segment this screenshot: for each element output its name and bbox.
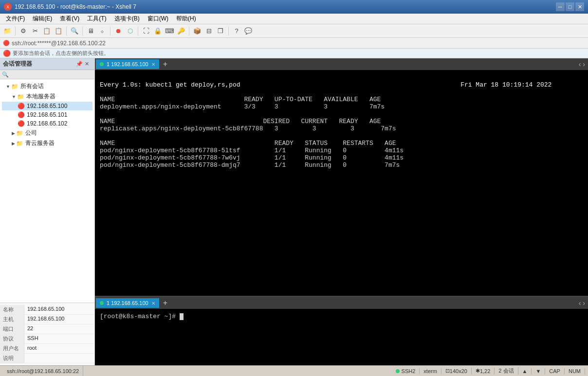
tree-conn-1[interactable]: 🔴 192.168.65.100 — [2, 102, 92, 110]
toolbar-chat[interactable]: 💬 — [243, 26, 254, 36]
status-nav-up[interactable]: ▲ — [518, 368, 532, 374]
toolbar-btn16[interactable]: ⊟ — [203, 26, 214, 36]
tree-company[interactable]: ▶ 📁 公司 — [2, 128, 92, 138]
close-panel-icon[interactable]: ✕ — [85, 61, 92, 68]
tab-add-top[interactable]: + — [160, 60, 170, 69]
toolbar-btn13[interactable]: ⌨ — [164, 26, 175, 36]
tree-label-conn-1: 192.168.65.100 — [27, 103, 67, 109]
toolbar-btn10[interactable]: ⬡ — [125, 26, 135, 36]
tree-arrow-company: ▶ — [12, 131, 15, 136]
tree-label-company: 公司 — [25, 129, 37, 137]
folder-icon-cloud: 📁 — [16, 140, 23, 147]
tab-close-1[interactable]: ✕ — [151, 62, 155, 67]
address-icon: 🔴 — [3, 40, 10, 46]
toolbar-btn15[interactable]: 📦 — [192, 26, 202, 36]
address-text: ssh://root:******@192.168.65.100:22 — [12, 40, 106, 47]
toolbar-sep-5 — [138, 27, 138, 36]
prop-val-username: root — [24, 344, 94, 353]
toolbar-help[interactable]: ? — [231, 26, 242, 36]
session-title: 会话管理器 — [3, 60, 32, 68]
tree-conn-2[interactable]: 🔴 192.168.65.101 — [2, 110, 92, 119]
toolbar-btn4[interactable]: 📋 — [41, 26, 52, 36]
menu-item-工具(T)[interactable]: 工具(T) — [83, 14, 110, 24]
menu-item-帮助(H)[interactable]: 帮助(H) — [172, 14, 200, 24]
status-nav-down[interactable]: ▼ — [532, 368, 545, 374]
folder-icon-local: 📁 — [17, 93, 24, 100]
search-icon[interactable]: 🔍 — [2, 72, 9, 77]
tab-nav-bottom: ‹ › — [579, 299, 587, 307]
toolbar-btn6[interactable]: 🔍 — [69, 26, 80, 36]
status-ssh: SSH2 — [392, 368, 420, 374]
status-size-text: 140x20 — [450, 368, 467, 374]
tab-nav-left[interactable]: ‹ — [579, 60, 581, 68]
status-right: SSH2 xterm ⊡ 140x20 ✱ 1,22 2 会话 ▲ ▼ CAP … — [392, 367, 585, 375]
maximize-button[interactable]: □ — [566, 2, 574, 11]
term-table1-row1: deployment.apps/nginx-deployment 3/3 3 3… — [100, 103, 385, 110]
tab-top-1[interactable]: 1 192.168.65.100 ✕ — [96, 59, 159, 69]
prop-port: 端口 22 — [0, 324, 94, 334]
toolbar-sep-1 — [15, 27, 16, 36]
tree-cloud[interactable]: ▶ 📁 青云服务器 — [2, 138, 92, 148]
term-prompt: [root@k8s-master ~]# — [100, 313, 180, 320]
status-size: ⊡ 140x20 — [441, 368, 472, 374]
status-caps: CAP — [545, 368, 565, 374]
toolbar-btn5[interactable]: 📋 — [53, 26, 64, 36]
tree-all-sessions[interactable]: ▼ 📁 所有会话 — [2, 81, 92, 91]
terminal-bottom-content[interactable]: [root@k8s-master ~]# — [95, 309, 588, 365]
toolbar-btn12[interactable]: 🔒 — [152, 26, 163, 36]
menu-item-文件(F)[interactable]: 文件(F) — [2, 14, 29, 24]
tab-nav-top: ‹ › — [579, 60, 587, 68]
tab-nav-bottom-right[interactable]: › — [583, 299, 585, 307]
tab-close-bottom-1[interactable]: ✕ — [151, 301, 155, 306]
tree-local-servers[interactable]: ▼ 📁 本地服务器 — [2, 91, 92, 102]
prop-username: 用户名 root — [0, 344, 94, 354]
status-sessions: 2 会话 — [495, 367, 518, 375]
toolbar-btn2[interactable]: ⚙ — [18, 26, 29, 36]
app-icon: X — [4, 3, 12, 11]
toolbar-new[interactable]: 📁 — [2, 26, 13, 36]
term-table2-row1: replicaset.apps/nginx-deployment-5cb8f67… — [100, 125, 396, 132]
address-bar: 🔴 ssh://root:******@192.168.65.100:22 — [0, 38, 588, 49]
term-table1-header: NAME READY UP-TO-DATE AVAILABLE AGE — [100, 96, 381, 103]
minimize-button[interactable]: ─ — [556, 2, 565, 11]
tab-nav-bottom-left[interactable]: ‹ — [579, 299, 581, 307]
tab-bottom-1[interactable]: 1 192.168.65.100 ✕ — [96, 298, 159, 308]
close-button[interactable]: ✕ — [575, 2, 584, 11]
info-icon: 🔴 — [3, 50, 11, 57]
toolbar-btn7[interactable]: 🖥 — [85, 26, 96, 36]
menu-item-编辑(E)[interactable]: 编辑(E) — [29, 14, 56, 24]
session-tree: ▼ 📁 所有会话 ▼ 📁 本地服务器 🔴 192.168.65.100 🔴 19… — [0, 79, 94, 303]
tab-add-bottom[interactable]: + — [160, 299, 170, 307]
toolbar-btn8[interactable]: ⬦ — [97, 26, 108, 36]
menu-bar: 文件(F)编辑(E)查看(V)工具(T)选项卡(B)窗口(W)帮助(H) — [0, 14, 588, 24]
menu-item-查看(V)[interactable]: 查看(V) — [56, 14, 83, 24]
status-size-icon: ⊡ — [445, 368, 450, 374]
toolbar-btn11[interactable]: ⛶ — [141, 26, 151, 36]
menu-item-选项卡(B)[interactable]: 选项卡(B) — [110, 14, 144, 24]
status-num-text: NUM — [569, 368, 581, 374]
status-position: ✱ 1,22 — [472, 368, 495, 374]
toolbar-btn17[interactable]: ❐ — [215, 26, 226, 36]
term-table2-header: NAME DESIRED CURRENT READY AGE — [100, 118, 381, 125]
toolbar-btn14[interactable]: 🔑 — [176, 26, 186, 36]
toolbar-btn9[interactable]: ⏺ — [113, 26, 124, 36]
status-dot — [396, 369, 400, 373]
toolbar-btn3[interactable]: ✂ — [30, 26, 40, 36]
tree-label-conn-2: 192.168.65.101 — [27, 111, 67, 118]
prop-desc: 说明 — [0, 354, 94, 363]
prop-val-port: 22 — [24, 324, 94, 334]
status-pos-icon: ✱ — [476, 368, 480, 374]
tab-nav-right[interactable]: › — [583, 60, 585, 68]
tree-conn-3[interactable]: 🔴 192.168.65.102 — [2, 119, 92, 128]
session-header-icons: 📌 ✕ — [76, 61, 92, 68]
tree-arrow-all: ▼ — [6, 84, 10, 89]
tab-dot-bottom-1 — [100, 301, 104, 305]
terminal-top-content[interactable]: Every 1.0s: kubectl get deploy,rs,pod Fr… — [95, 70, 588, 296]
window-title: 192.168.65.100 - root@k8s-master:~ - Xsh… — [15, 3, 136, 10]
status-path: ssh://root@192.168.65.100:22 — [3, 366, 83, 376]
pin-icon[interactable]: 📌 — [76, 61, 83, 68]
term-every: Every 1.0s: kubectl get deploy,rs,pod — [100, 81, 240, 89]
menu-item-窗口(W)[interactable]: 窗口(W) — [144, 14, 172, 24]
toolbar-sep-2 — [66, 27, 67, 36]
prop-protocol: 协议 SSH — [0, 334, 94, 344]
